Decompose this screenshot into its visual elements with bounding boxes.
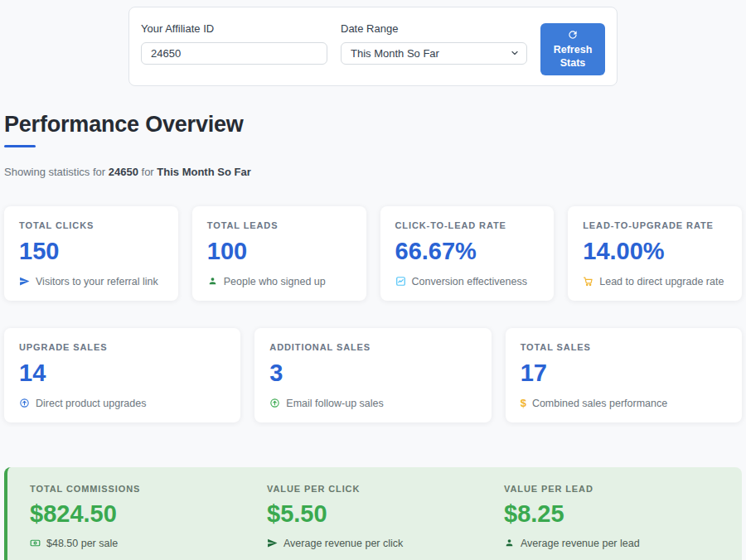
stat-description-text: Combined sales performance <box>532 398 667 409</box>
commission-col-value-per-click: VALUE PER CLICK $5.50 Average revenue pe… <box>256 484 493 549</box>
user-icon <box>504 538 515 548</box>
subtitle-date-range: This Month So Far <box>157 166 250 178</box>
stat-label: CLICK-TO-LEAD RATE <box>395 220 540 230</box>
stat-description-text: Lead to direct upgrade rate <box>599 276 724 287</box>
commission-description: Average revenue per lead <box>504 538 730 549</box>
stat-value: 150 <box>19 239 163 265</box>
stat-description: Direct product upgrades <box>19 398 225 409</box>
commission-description: Average revenue per click <box>267 538 493 549</box>
commission-description-text: Average revenue per lead <box>521 538 640 549</box>
paper-plane-icon <box>267 538 278 548</box>
commission-col-total-commissions: TOTAL COMMISSIONS $824.50 $48.50 per sal… <box>19 484 256 549</box>
stat-description-text: Conversion effectiveness <box>412 276 527 287</box>
stat-label: TOTAL LEADS <box>207 220 351 230</box>
commission-description-text: $48.50 per sale <box>46 538 118 549</box>
page-title: Performance Overview <box>4 112 742 138</box>
affiliate-id-label: Your Affiliate ID <box>141 22 327 35</box>
circle-up-icon <box>269 398 280 408</box>
stat-value: 100 <box>207 239 351 265</box>
circle-up-icon <box>19 398 30 408</box>
paper-plane-icon <box>19 276 30 287</box>
refresh-stats-button[interactable]: Refresh Stats <box>540 23 605 75</box>
commission-value: $5.50 <box>267 501 493 528</box>
stat-value: 3 <box>269 360 476 387</box>
stat-value: 66.67% <box>395 239 540 265</box>
stat-description-text: People who signed up <box>224 276 326 287</box>
stat-label: TOTAL CLICKS <box>19 220 163 230</box>
sales-stats-row: UPGRADE SALES 14 Direct product upgrades… <box>4 328 742 422</box>
commission-description: $48.50 per sale <box>30 538 256 549</box>
stat-card-upgrade-sales: UPGRADE SALES 14 Direct product upgrades <box>4 328 240 422</box>
date-range-label: Date Range <box>341 22 527 35</box>
commissions-panel: TOTAL COMMISSIONS $824.50 $48.50 per sal… <box>4 467 742 560</box>
commission-col-value-per-lead: VALUE PER LEAD $8.25 Average revenue per… <box>493 484 730 549</box>
stat-label: ADDITIONAL SALES <box>269 342 476 352</box>
stat-card-lead-to-upgrade-rate: LEAD-TO-UPGRADE RATE 14.00% Lead to dire… <box>568 206 742 301</box>
stat-description: $ Combined sales performance <box>521 398 727 409</box>
money-bill-icon <box>30 538 41 548</box>
stat-description-text: Direct product upgrades <box>36 398 146 409</box>
stat-description: Lead to direct upgrade rate <box>583 276 727 287</box>
cart-icon <box>583 276 593 287</box>
affiliate-id-input[interactable] <box>141 42 327 65</box>
stat-value: 14.00% <box>583 239 727 265</box>
refresh-icon <box>567 29 579 41</box>
stat-description: Conversion effectiveness <box>395 276 540 287</box>
date-range-field-group: Date Range This Month So Far <box>341 17 527 65</box>
stat-label: UPGRADE SALES <box>19 342 225 352</box>
subtitle-connector: for <box>142 166 154 178</box>
commission-label: VALUE PER LEAD <box>504 484 730 494</box>
primary-stats-row: TOTAL CLICKS 150 Visitors to your referr… <box>4 206 742 301</box>
commission-label: VALUE PER CLICK <box>267 484 493 494</box>
date-range-select[interactable]: This Month So Far <box>341 42 527 65</box>
dollar-icon: $ <box>521 398 526 408</box>
stat-card-total-sales: TOTAL SALES 17 $ Combined sales performa… <box>506 328 742 422</box>
stat-card-additional-sales: ADDITIONAL SALES 3 Email follow-up sales <box>254 328 491 422</box>
subtitle-prefix: Showing statistics for <box>4 166 105 178</box>
stat-description: Visitors to your referral link <box>19 276 163 287</box>
subtitle: Showing statistics for 24650 for This Mo… <box>4 166 742 178</box>
stat-description: People who signed up <box>207 276 351 287</box>
commission-description-text: Average revenue per click <box>283 538 403 549</box>
stat-card-total-clicks: TOTAL CLICKS 150 Visitors to your referr… <box>4 206 178 301</box>
commission-label: TOTAL COMMISSIONS <box>30 484 256 494</box>
commission-value: $8.25 <box>504 501 730 528</box>
stat-value: 14 <box>19 360 225 387</box>
stat-value: 17 <box>521 360 727 387</box>
subtitle-affiliate-id: 24650 <box>109 166 138 178</box>
stat-description: Email follow-up sales <box>269 398 476 409</box>
stat-label: TOTAL SALES <box>521 342 727 352</box>
chart-line-icon <box>395 276 406 287</box>
stat-label: LEAD-TO-UPGRADE RATE <box>583 220 727 230</box>
stat-card-total-leads: TOTAL LEADS 100 People who signed up <box>192 206 366 301</box>
stat-description-text: Email follow-up sales <box>286 398 383 409</box>
title-underline <box>4 145 36 147</box>
commission-value: $824.50 <box>30 501 256 528</box>
stats-filter-form: Your Affiliate ID Date Range This Month … <box>128 7 618 86</box>
affiliate-id-field-group: Your Affiliate ID <box>141 17 327 65</box>
user-icon <box>207 276 218 287</box>
refresh-stats-label: Refresh Stats <box>551 44 594 70</box>
stat-description-text: Visitors to your referral link <box>36 276 158 287</box>
stat-card-click-to-lead-rate: CLICK-TO-LEAD RATE 66.67% Conversion eff… <box>380 206 555 301</box>
